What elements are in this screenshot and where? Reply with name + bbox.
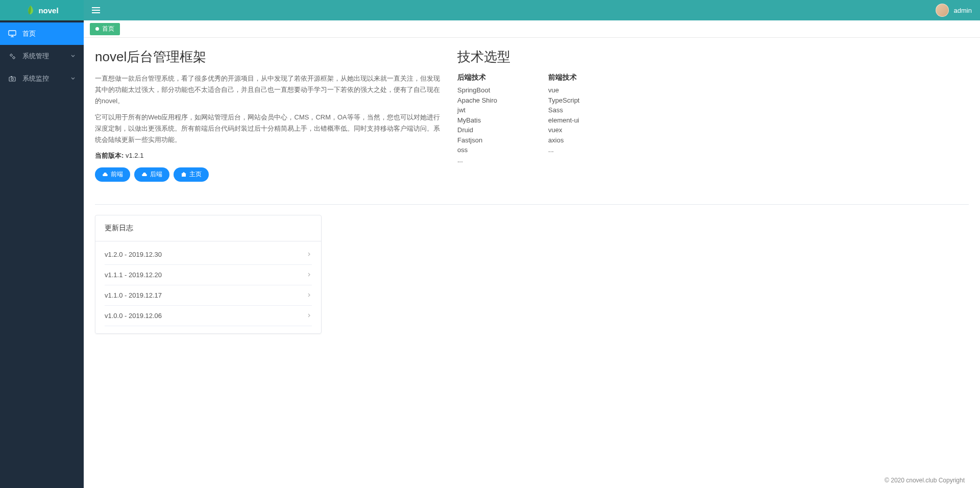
tab-label: 首页: [102, 25, 114, 33]
changelog-item[interactable]: v1.1.0 - 2019.12.17: [105, 285, 312, 306]
hamburger-icon[interactable]: [92, 5, 102, 15]
tech-frontend-label: 前端技术: [548, 73, 579, 82]
sidebar-item-home[interactable]: 首页: [0, 22, 84, 45]
tech-item: oss: [457, 145, 497, 155]
changelog-item-label: v1.1.1 - 2019.12.20: [105, 271, 162, 279]
button-label: 主页: [189, 170, 202, 179]
sidebar-item-label: 首页: [22, 29, 76, 38]
tech-backend-group: 后端技术 SpringBootApache ShirojwtMyBatisDru…: [457, 73, 497, 165]
changelog-title: 更新日志: [95, 215, 321, 241]
tech-frontend-group: 前端技术 vueTypeScriptSasselement-uivuexaxio…: [548, 73, 579, 165]
sidebar-item-system-manage[interactable]: 系统管理: [0, 45, 84, 67]
sidebar-item-system-monitor[interactable]: 系统监控: [0, 67, 84, 90]
svg-point-4: [13, 57, 15, 59]
tech-item: vue: [548, 85, 579, 95]
username[interactable]: admin: [954, 7, 972, 14]
avatar[interactable]: [936, 4, 949, 17]
svg-rect-7: [11, 76, 12, 77]
monitor-icon: [8, 30, 16, 38]
tabs-bar: 首页: [84, 20, 980, 38]
page-title: novel后台管理框架: [95, 48, 442, 66]
gears-icon: [8, 52, 16, 60]
changelog-item-label: v1.0.0 - 2019.12.06: [105, 312, 162, 320]
backend-button[interactable]: 后端: [134, 167, 169, 182]
tab-dot-icon: [95, 27, 99, 31]
chevron-right-icon: [307, 252, 312, 257]
frontend-button[interactable]: 前端: [95, 167, 130, 182]
home-button[interactable]: 主页: [174, 167, 209, 182]
changelog-card: 更新日志 v1.2.0 - 2019.12.30v1.1.1 - 2019.12…: [95, 215, 322, 334]
home-icon: [181, 172, 187, 178]
intro-paragraph-1: 一直想做一款后台管理系统，看了很多优秀的开源项目，从中发现了若依开源框架，从她出…: [95, 73, 442, 107]
changelog-item[interactable]: v1.2.0 - 2019.12.30: [105, 245, 312, 265]
changelog-item-label: v1.1.0 - 2019.12.17: [105, 291, 162, 299]
svg-point-6: [11, 78, 13, 80]
changelog-item[interactable]: v1.1.1 - 2019.12.20: [105, 265, 312, 285]
tech-title: 技术选型: [457, 48, 969, 66]
sidebar-item-label: 系统管理: [22, 52, 70, 61]
logo-text: novel: [38, 6, 58, 15]
version-value: v1.2.1: [126, 152, 143, 159]
chevron-right-icon: [307, 313, 312, 318]
cloud-icon: [141, 172, 148, 178]
changelog-item[interactable]: v1.0.0 - 2019.12.06: [105, 306, 312, 326]
tech-backend-label: 后端技术: [457, 73, 497, 82]
chevron-down-icon: [70, 54, 76, 59]
divider: [95, 204, 969, 205]
page-content: novel后台管理框架 一直想做一款后台管理系统，看了很多优秀的开源项目，从中发…: [84, 38, 980, 488]
tech-item: ...: [457, 155, 497, 165]
tech-item: jwt: [457, 105, 497, 115]
chevron-down-icon: [70, 76, 76, 81]
svg-rect-0: [9, 31, 16, 35]
version-label: 当前版本:: [95, 152, 124, 159]
changelog-item-label: v1.2.0 - 2019.12.30: [105, 251, 162, 258]
camera-icon: [8, 75, 16, 83]
button-label: 前端: [111, 170, 123, 179]
logo: novel: [0, 0, 84, 20]
button-label: 后端: [150, 170, 162, 179]
tech-item: Sass: [548, 105, 579, 115]
tech-item: Fastjson: [457, 135, 497, 145]
svg-point-3: [10, 54, 12, 56]
tech-item: Druid: [457, 125, 497, 135]
tab-home[interactable]: 首页: [90, 23, 120, 35]
svg-rect-5: [9, 77, 15, 81]
sidebar: novel 首页 系统管理 系: [0, 0, 84, 488]
tech-item: TypeScript: [548, 95, 579, 106]
tech-item: MyBatis: [457, 115, 497, 126]
footer-copyright: © 2020 cnovel.club Copyright: [95, 475, 969, 486]
tech-item: SpringBoot: [457, 85, 497, 95]
tech-item: ...: [548, 145, 579, 155]
cloud-icon: [102, 172, 108, 178]
sidebar-item-label: 系统监控: [22, 74, 70, 83]
tech-item: axios: [548, 135, 579, 145]
intro-paragraph-2: 它可以用于所有的Web应用程序，如网站管理后台，网站会员中心，CMS，CRM，O…: [95, 112, 442, 145]
logo-leaf-icon: [25, 5, 36, 16]
chevron-right-icon: [307, 272, 312, 277]
tech-item: vuex: [548, 125, 579, 135]
top-header: admin: [84, 0, 980, 20]
sidebar-menu: 首页 系统管理 系统监控: [0, 20, 84, 488]
tech-item: Apache Shiro: [457, 95, 497, 106]
version-line: 当前版本: v1.2.1: [95, 151, 442, 160]
tech-item: element-ui: [548, 115, 579, 126]
chevron-right-icon: [307, 292, 312, 298]
